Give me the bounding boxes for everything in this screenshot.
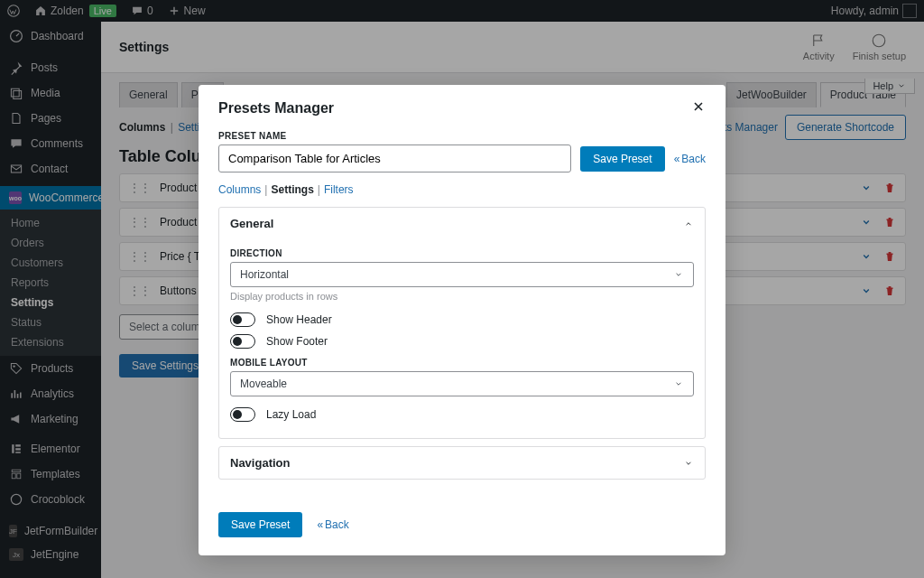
- presets-modal: Presets Manager PRESET NAME Save Preset …: [199, 85, 725, 555]
- preset-name-label: PRESET NAME: [218, 131, 706, 141]
- back-link-bottom[interactable]: « Back: [317, 518, 348, 531]
- direction-hint: Display products in rows: [230, 291, 694, 302]
- modal-tab-settings[interactable]: Settings: [271, 183, 313, 196]
- direction-label: DIRECTION: [230, 248, 694, 258]
- panel-navigation: Navigation: [218, 446, 706, 480]
- show-header-label: Show Header: [266, 313, 332, 326]
- lazy-load-toggle[interactable]: [230, 407, 255, 422]
- show-header-toggle[interactable]: [230, 312, 255, 327]
- panel-general: General DIRECTION Horizontal Display pro…: [218, 207, 706, 439]
- direction-select[interactable]: Horizontal: [230, 262, 694, 287]
- chevron-up-icon: [683, 219, 694, 229]
- mobile-layout-label: MOBILE LAYOUT: [230, 358, 694, 368]
- chevron-down-icon: [683, 458, 694, 469]
- panel-navigation-toggle[interactable]: Navigation: [219, 447, 705, 479]
- panel-general-toggle[interactable]: General: [219, 208, 705, 239]
- modal-title: Presets Manager: [218, 100, 334, 117]
- preset-name-input[interactable]: [218, 144, 571, 172]
- show-footer-toggle[interactable]: [230, 334, 255, 349]
- close-button[interactable]: [691, 99, 706, 117]
- chevron-down-icon: [673, 269, 684, 280]
- modal-tabs: Columns | Settings | Filters: [218, 172, 706, 207]
- mobile-layout-value: Moveable: [240, 378, 287, 390]
- save-preset-button-bottom[interactable]: Save Preset: [218, 512, 302, 537]
- show-footer-label: Show Footer: [266, 335, 328, 348]
- close-icon: [691, 99, 706, 114]
- direction-value: Horizontal: [240, 268, 289, 281]
- back-link-top[interactable]: « Back: [674, 153, 706, 165]
- mobile-layout-select[interactable]: Moveable: [230, 371, 694, 396]
- modal-overlay[interactable]: Presets Manager PRESET NAME Save Preset …: [0, 0, 924, 578]
- save-preset-button-top[interactable]: Save Preset: [580, 146, 664, 172]
- panel-title: General: [230, 217, 273, 230]
- modal-tab-columns[interactable]: Columns: [218, 183, 261, 196]
- chevron-down-icon: [673, 378, 684, 389]
- modal-tab-filters[interactable]: Filters: [324, 183, 354, 196]
- lazy-load-label: Lazy Load: [266, 408, 316, 421]
- panel-title: Navigation: [230, 456, 290, 470]
